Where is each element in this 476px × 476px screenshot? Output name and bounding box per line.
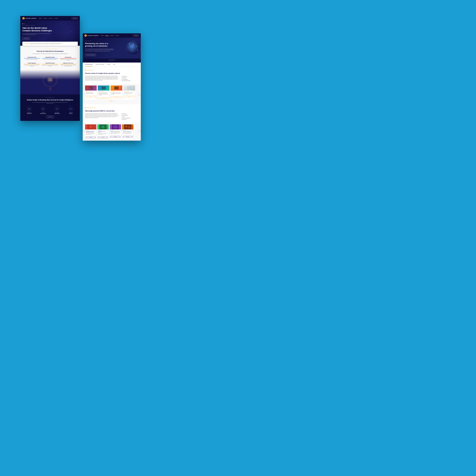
cards-dot-3[interactable] [113, 101, 113, 102]
graph-query-icon: ⚡ [27, 106, 32, 111]
feature-desc-5: Slashes spending on the infrastructure n… [60, 65, 76, 67]
all-in-one-desc: Get a fast, powerful all-in-one platform… [31, 53, 69, 54]
nav-link-company[interactable]: Company [54, 18, 58, 19]
card-img-3 [123, 85, 135, 91]
svg-point-26 [129, 43, 129, 44]
explore-chevron-icon[interactable]: ∨ [84, 60, 140, 62]
card-body-1: TRAINING & HOW-TO'S Donec sed odio dui c… [98, 91, 109, 100]
card-text-0: Commodo cursus magna, vel scelerisque ni… [86, 92, 96, 94]
tab-health-life-sciences[interactable]: Health & Life Sciences [96, 63, 104, 67]
radial-line-2 [50, 88, 50, 91]
feature-desc-0: Scales out to as many as 256 machines. [24, 59, 40, 60]
latest-news-bar: LATEST NEWS Katana Graph to Discuss the … [22, 42, 78, 46]
ds-read-btn-0[interactable]: Read More [86, 137, 96, 138]
all-in-one-section: ALL-IN-ONE PLATFORM Tool Up for Data-Dri… [20, 46, 80, 70]
health-desc: To compete and innovate at the highest l… [85, 113, 119, 118]
cards-prev-button[interactable]: ‹ [83, 93, 85, 95]
financial-desc: From comprehensive fraud detection in re… [85, 76, 119, 81]
nav-link-solutions[interactable]: Solutions [44, 18, 47, 19]
right-nav-platform[interactable]: Platform [101, 35, 104, 36]
solutions-cta-button[interactable]: Tech Overview Datasheet [85, 54, 96, 56]
hero-cta-button[interactable]: Find Out More [22, 37, 30, 40]
cards-next-button[interactable]: › [138, 93, 140, 95]
ds-read-btn-2[interactable]: Read More [110, 136, 120, 137]
health-content: To compete and innovate at the highest l… [85, 113, 138, 120]
right-nav-solutions[interactable]: Solutions [105, 35, 109, 36]
right-logo-text: KATANA GRAPH [87, 35, 98, 36]
tab-financial-services[interactable]: Financial Services [85, 63, 93, 67]
card-tag-2: TRAINING & HOW-TO'S [111, 91, 121, 92]
feat-graph-mining: △ High-Capacity Graph Mining [51, 106, 63, 114]
financial-badge: Financial Services [85, 69, 138, 71]
card-read-more-0[interactable]: Read More [86, 96, 96, 97]
ds-read-btn-1[interactable]: Read More [98, 137, 108, 138]
tab-more[interactable]: More [113, 63, 115, 67]
health-bullet-4: Clinical Trials [121, 119, 138, 120]
health-bullet-2: Genomics [121, 116, 138, 118]
financial-left: From comprehensive fraud detection in re… [85, 76, 119, 81]
graph-center-label: ALL-IN-ONE GRAPH INTELLIGENCE PLATFORM [47, 79, 53, 81]
logo-icon [22, 17, 25, 19]
ds-read-btn-3[interactable]: Read More [123, 136, 133, 137]
breaking-label: THE KATANA EDGE [22, 97, 78, 98]
solutions-title: Pioneering use cases in a growing set of… [85, 42, 114, 47]
breaking-section: THE KATANA EDGE Katana Graph is Breaking… [20, 94, 80, 121]
feature-desc-1: Performs 10-100x faster than the competi… [42, 59, 58, 60]
card-read-more-2[interactable]: Read More [111, 97, 121, 98]
nav-link-resources[interactable]: Resources [49, 18, 53, 19]
cards-dot-1[interactable] [110, 101, 111, 102]
hero-dot-3[interactable] [24, 23, 25, 24]
nav-link-platform[interactable]: Platform [39, 18, 42, 19]
svg-point-28 [137, 51, 138, 51]
financial-badge-line [85, 69, 85, 71]
right-nav-cta[interactable]: Get Started [133, 34, 139, 36]
financial-content: From comprehensive fraud detection in re… [85, 76, 138, 81]
right-panel: KATANA GRAPH Platform Solutions Resource… [83, 33, 141, 141]
card-read-more-3[interactable]: Read More [124, 96, 134, 97]
card-body-2: TRAINING & HOW-TO'S From ante purus matt… [111, 91, 122, 99]
graph-ai-icon: ✦ [68, 106, 73, 111]
svg-rect-33 [102, 86, 106, 89]
radial-line-4 [51, 88, 51, 91]
datasheets-row: DATA SHEETS Financial Services | The Kat… [85, 124, 138, 139]
feature-desc-4: Intuitive tools allow you to program in … [42, 65, 58, 67]
cards-dot-2[interactable] [111, 101, 112, 102]
ds-tag-1: DATA SHEETS [98, 130, 108, 131]
feat-sublabel-0: Graph Query [23, 113, 35, 114]
tab-security[interactable]: Security [107, 63, 110, 67]
news-text: Katana Graph to Discuss the Benefits of … [30, 43, 73, 44]
solutions-hero: SOLUTIONS Pioneering use cases in a grow… [83, 38, 141, 59]
feature-title-5: Flattened Cost Curve [60, 63, 76, 64]
card-tag-3: TRAINING & HOW-TO'S [124, 91, 134, 92]
explore-solutions-bar: Explore Solutions ∨ [83, 59, 141, 63]
ds-prev-button[interactable]: ‹ [83, 130, 85, 132]
ds-tag-2: DATA SHEETS [110, 130, 120, 131]
feature-title-2: No Data Silos [60, 57, 76, 58]
datasheets-section: DATA SHEETS Financial Services | The Kat… [83, 123, 141, 141]
feat-sublabel-1: Graph Analytics [37, 113, 50, 114]
training-card-0: ▶ TRAINING & HOW-TO'S Commodo cursus mag… [85, 85, 97, 100]
ds-desc-1: Katana Graph's intelligent System Intrus… [98, 133, 108, 135]
fin-bullet-1: Customer 360 [121, 77, 138, 79]
hero-dot-2[interactable] [23, 23, 24, 24]
nav-cta-button[interactable]: Get Started [72, 17, 78, 19]
logo-text: KATANA GRAPH [25, 18, 36, 19]
right-nav-company[interactable]: Company [115, 35, 119, 36]
right-nav-resources[interactable]: Resources [110, 35, 114, 36]
graph-circle: ALL-IN-ONE GRAPH INTELLIGENCE PLATFORM [43, 73, 57, 87]
breaking-title: Katana Graph is Breaking New Ground for … [22, 99, 78, 101]
ds-title-3: Life Sciences | Drug Discovery [123, 131, 133, 132]
hero-dot-1[interactable] [22, 23, 23, 24]
feature-no-data-silos: No Data Silos Separating storage from co… [60, 57, 76, 61]
globe-visual [125, 39, 141, 57]
card-read-more-1[interactable]: Read More [99, 97, 109, 99]
financial-right: Fraud Detection Customer 360 Risk Manage… [121, 76, 138, 81]
right-nav-links: Platform Solutions Resources Company [101, 35, 119, 36]
svg-text:◎: ◎ [42, 108, 43, 110]
financial-services-section: Financial Services Precise vision & insi… [83, 67, 141, 84]
feat-sublabel-2: Graph Mining [51, 113, 63, 114]
feat-graph-analytics: ◎ Powerful Graph Analytics [37, 106, 50, 114]
find-out-button[interactable]: Find Out More [46, 116, 54, 118]
ds-next-button[interactable]: › [138, 130, 140, 132]
news-arrow[interactable]: → [74, 43, 76, 45]
